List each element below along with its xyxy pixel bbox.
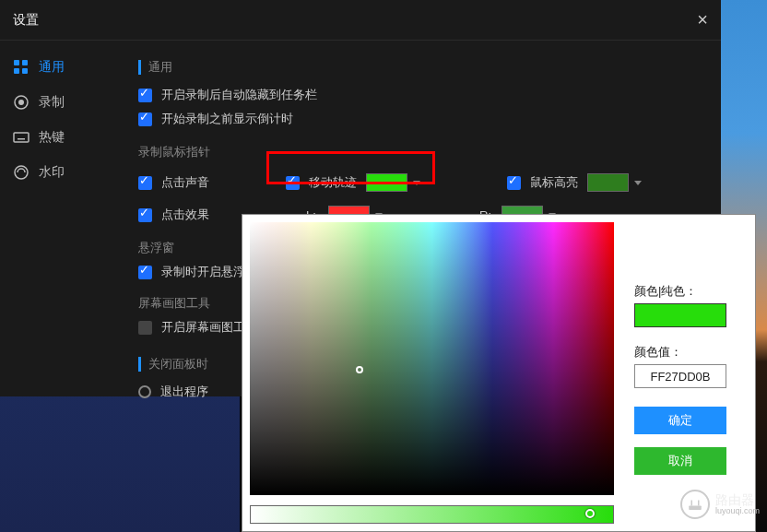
chk-draw-tool[interactable] bbox=[138, 321, 152, 335]
sidebar-item-label: 录制 bbox=[39, 94, 65, 111]
keyboard-icon bbox=[13, 129, 30, 146]
svg-rect-6 bbox=[14, 133, 29, 142]
desktop-lower-band bbox=[0, 394, 240, 532]
ok-button[interactable]: 确定 bbox=[634, 407, 726, 434]
highlight-color-swatch[interactable] bbox=[587, 173, 629, 192]
section-draw-label: 屏幕画图工具 bbox=[138, 296, 210, 310]
sidebar-item-label: 热键 bbox=[39, 129, 65, 146]
trail-color-swatch[interactable] bbox=[366, 173, 407, 192]
svg-rect-11 bbox=[698, 501, 700, 506]
svg-rect-7 bbox=[18, 138, 25, 140]
sidebar-item-hotkey[interactable]: 热键 bbox=[0, 120, 120, 155]
hex-input[interactable] bbox=[634, 364, 726, 388]
chk-trail[interactable] bbox=[286, 176, 300, 190]
opt-label: 点击效果 bbox=[161, 207, 209, 223]
watermark-icon bbox=[13, 164, 30, 181]
brand-watermark: 路由器 luyouqi.com bbox=[680, 490, 760, 519]
sidebar-item-general[interactable]: 通用 bbox=[0, 50, 120, 85]
svg-rect-2 bbox=[14, 68, 19, 74]
svg-point-5 bbox=[18, 100, 24, 105]
opt-label: 开启屏幕画图工 bbox=[161, 319, 245, 336]
section-general: 通用 bbox=[138, 59, 702, 76]
sidebar-item-label: 水印 bbox=[39, 164, 65, 181]
chevron-down-icon[interactable] bbox=[413, 181, 420, 185]
opt-label: 开启录制后自动隐藏到任务栏 bbox=[161, 87, 317, 103]
alpha-gradient-bar[interactable] bbox=[250, 505, 614, 524]
current-color-swatch bbox=[634, 303, 726, 327]
opt-label: 开始录制之前显示倒计时 bbox=[161, 111, 293, 127]
sidebar-item-record[interactable]: 录制 bbox=[0, 85, 120, 120]
opt-label: 点击声音 bbox=[161, 174, 209, 191]
chevron-down-icon[interactable] bbox=[634, 181, 642, 185]
chk-show-countdown[interactable] bbox=[138, 112, 152, 126]
sv-indicator[interactable] bbox=[356, 366, 363, 373]
chk-click-sound[interactable] bbox=[138, 176, 152, 190]
radio-exit[interactable] bbox=[138, 385, 151, 398]
opt-label: 鼠标高亮 bbox=[530, 174, 578, 191]
svg-rect-0 bbox=[14, 60, 19, 65]
svg-rect-3 bbox=[22, 68, 28, 74]
grid-icon bbox=[13, 59, 30, 76]
sidebar: 通用 录制 热键 水印 bbox=[0, 41, 120, 396]
svg-rect-1 bbox=[22, 60, 28, 65]
record-icon bbox=[13, 94, 30, 111]
color-picker-panel: 颜色|纯色： 颜色值： 确定 取消 bbox=[242, 214, 756, 532]
section-float-label: 悬浮窗 bbox=[138, 241, 174, 254]
sidebar-item-label: 通用 bbox=[39, 59, 65, 76]
close-icon[interactable]: × bbox=[697, 9, 708, 30]
chk-click-effect[interactable] bbox=[138, 208, 152, 222]
opt-label: 退出程序 bbox=[160, 384, 208, 400]
svg-rect-10 bbox=[690, 501, 692, 506]
label-color-value: 颜色值： bbox=[634, 344, 738, 361]
sidebar-item-watermark[interactable]: 水印 bbox=[0, 155, 120, 190]
chk-hide-to-taskbar[interactable] bbox=[138, 89, 152, 102]
section-cursor-label: 录制鼠标指针 bbox=[138, 145, 210, 159]
router-icon bbox=[680, 490, 710, 519]
label-color-solid: 颜色|纯色： bbox=[634, 283, 738, 300]
svg-point-8 bbox=[15, 166, 28, 179]
opt-label: 录制时开启悬浮 bbox=[161, 264, 245, 280]
cancel-button[interactable]: 取消 bbox=[634, 447, 726, 475]
brand-sub: luyouqi.com bbox=[715, 506, 760, 515]
svg-rect-9 bbox=[689, 506, 702, 511]
chk-float-window[interactable] bbox=[138, 266, 152, 279]
brand-name: 路由器 bbox=[715, 493, 760, 506]
sv-field[interactable] bbox=[250, 222, 614, 495]
window-title: 设置 bbox=[13, 12, 39, 29]
chk-highlight[interactable] bbox=[507, 176, 521, 190]
titlebar: 设置 × bbox=[0, 0, 721, 41]
gradient-handle[interactable] bbox=[585, 509, 595, 518]
opt-label: 移动轨迹 bbox=[309, 174, 357, 191]
